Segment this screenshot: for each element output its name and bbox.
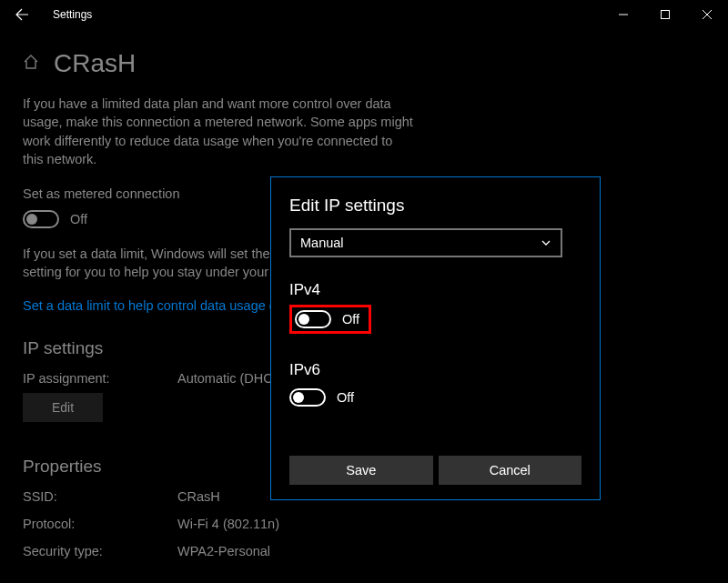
property-val: Wi-Fi 4 (802.11n) [177, 517, 279, 531]
ipv6-toggle-state: Off [337, 390, 354, 405]
toggle-knob [298, 314, 309, 325]
toggle-knob [293, 392, 304, 403]
page-header: CRasH [23, 49, 705, 78]
ipv4-label: IPv4 [289, 281, 581, 299]
cancel-button[interactable]: Cancel [439, 456, 582, 485]
ipv4-toggle-state: Off [342, 312, 359, 327]
ipv4-toggle[interactable] [295, 310, 331, 328]
maximize-button[interactable] [644, 0, 686, 29]
dropdown-value: Manual [300, 236, 344, 250]
titlebar: Settings [0, 0, 728, 29]
close-icon [703, 10, 712, 19]
home-icon[interactable] [23, 54, 39, 74]
minimize-icon [619, 10, 628, 19]
ipv6-label: IPv6 [289, 361, 581, 379]
page-title: CRasH [54, 49, 136, 78]
dialog-buttons: Save Cancel [289, 456, 581, 485]
back-button[interactable] [7, 0, 36, 29]
svg-rect-0 [662, 11, 670, 19]
ipv4-highlight: Off [289, 305, 371, 334]
property-row: Security type: WPA2-Personal [23, 544, 705, 558]
edit-ip-dialog: Edit IP settings Manual IPv4 Off IPv6 Of… [270, 176, 601, 500]
property-key: Security type: [23, 544, 177, 558]
window-title: Settings [53, 8, 92, 21]
property-val: WPA2-Personal [177, 544, 270, 558]
ip-assignment-label: IP assignment: [23, 371, 177, 386]
metered-description: If you have a limited data plan and want… [23, 95, 414, 168]
metered-toggle[interactable] [23, 210, 59, 228]
chevron-down-icon [541, 237, 551, 248]
dialog-title: Edit IP settings [289, 196, 581, 216]
maximize-icon [661, 10, 670, 19]
ip-mode-dropdown[interactable]: Manual [289, 228, 562, 257]
property-row: Protocol: Wi-Fi 4 (802.11n) [23, 517, 705, 531]
save-button[interactable]: Save [289, 456, 433, 485]
close-button[interactable] [686, 0, 728, 29]
property-key: Protocol: [23, 517, 177, 531]
ipv6-toggle-row: Off [289, 388, 581, 407]
toggle-knob [26, 214, 37, 225]
metered-toggle-state: Off [70, 212, 87, 226]
ipv6-toggle[interactable] [289, 388, 326, 407]
edit-ip-button[interactable]: Edit [23, 393, 103, 422]
arrow-left-icon [15, 7, 29, 22]
property-key: SSID: [23, 489, 177, 504]
minimize-button[interactable] [602, 0, 644, 29]
property-val: CRasH [177, 489, 220, 504]
window-controls [602, 0, 728, 29]
